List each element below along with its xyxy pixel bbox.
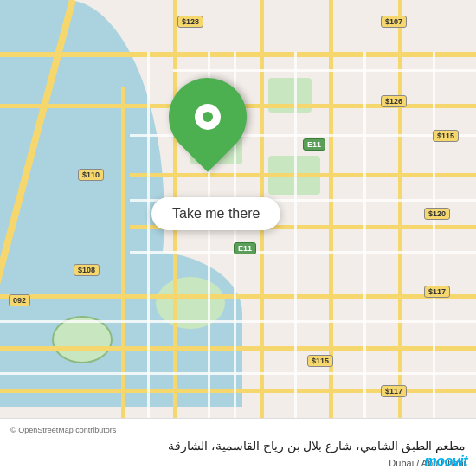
road-h6 (0, 346, 476, 351)
road-shield-s117b: $117 (381, 385, 407, 397)
minor-road-4 (130, 251, 476, 254)
road-shield-e11a: E11 (303, 138, 325, 151)
moovit-logo: moovit (425, 453, 467, 469)
road-h1 (0, 52, 476, 57)
road-shield-s120: $120 (424, 208, 450, 220)
road-h3 (130, 173, 476, 177)
road-shield-s117a: $117 (424, 286, 450, 298)
road-shield-s126: $126 (381, 95, 407, 107)
road-shield-s108: $108 (74, 264, 100, 276)
take-me-there-button[interactable]: Take me there (151, 197, 280, 230)
road-shield-s115b: $115 (307, 355, 333, 367)
minor-road-v6 (147, 52, 150, 476)
pin-dot (203, 112, 213, 122)
road-h5 (0, 294, 476, 299)
road-shield-e11b: E11 (234, 242, 256, 254)
arabic-region: الشارقة (168, 439, 208, 453)
road-shield-s110: $110 (78, 169, 104, 181)
pin-balloon (152, 61, 262, 171)
arabic-name: مطعم الطبق الشامي، شارع بلال بن رياح الق… (211, 439, 466, 453)
moovit-text: moovit (425, 453, 467, 469)
location-name: مطعم الطبق الشامي، شارع بلال بن رياح الق… (10, 438, 466, 471)
road-shield-s128: $128 (177, 16, 203, 28)
map-container: $128$107$126$115$110$120$108$117$115$117… (0, 0, 476, 476)
attribution-text: © OpenStreetMap contributors (10, 426, 116, 434)
road-shield-s115: $115 (433, 130, 459, 142)
minor-road-6 (0, 372, 476, 375)
road-shield-s107: $107 (381, 16, 407, 28)
pin-inner (195, 104, 221, 130)
stadium (52, 316, 113, 363)
minor-road-v3 (294, 52, 297, 476)
bottom-bar: © OpenStreetMap contributors مطعم الطبق … (0, 418, 476, 476)
location-pin (169, 78, 247, 156)
minor-road-v4 (363, 52, 366, 476)
minor-road-5 (0, 320, 476, 323)
minor-road-v5 (433, 52, 435, 476)
road-shield-s092: 092 (9, 294, 30, 306)
attribution: © OpenStreetMap contributors (10, 426, 466, 434)
minor-road-1 (173, 69, 476, 72)
